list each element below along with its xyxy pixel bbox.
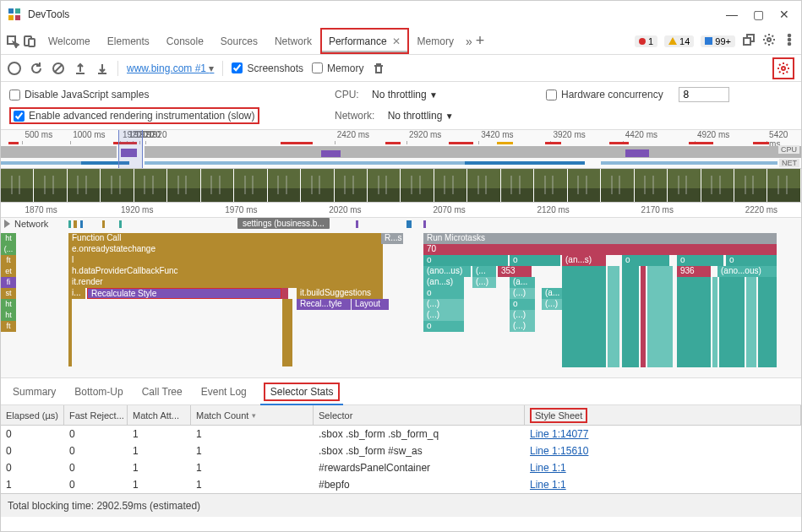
- screenshot-filmstrip[interactable]: [1, 169, 801, 203]
- record-button[interactable]: [8, 62, 21, 75]
- cpu-throttle-dropdown[interactable]: No throttling ▼: [372, 89, 438, 100]
- frame-353[interactable]: 353: [498, 266, 532, 277]
- disable-js-checkbox[interactable]: Disable JavaScript samples: [9, 87, 335, 102]
- stylesheet-link[interactable]: Line 1:1: [530, 462, 566, 474]
- settings-icon[interactable]: [762, 33, 776, 49]
- frame-function-call[interactable]: Function Call: [68, 233, 381, 244]
- frame-itrender[interactable]: it.render: [68, 277, 383, 288]
- col-style-sheet[interactable]: Style Sheet: [525, 405, 801, 425]
- paint-slice[interactable]: [281, 288, 288, 299]
- tab-memory[interactable]: Memory: [409, 28, 462, 54]
- close-tab-icon[interactable]: ✕: [392, 35, 401, 47]
- stylesheet-link[interactable]: Line 1:14077: [530, 428, 588, 440]
- minimize-button[interactable]: —: [726, 8, 738, 21]
- maximize-button[interactable]: ▢: [753, 8, 764, 21]
- svg-point-9: [767, 38, 771, 41]
- stylesheet-link[interactable]: Line 1:15610: [530, 445, 588, 457]
- close-button[interactable]: ✕: [779, 8, 789, 21]
- frame-rs[interactable]: R...s: [381, 233, 403, 244]
- tab-network[interactable]: Network: [266, 28, 320, 54]
- frame-onreadystate[interactable]: e.onreadystatechange: [68, 244, 383, 255]
- table-row[interactable]: 1011#bepfoLine 1:1: [1, 476, 801, 493]
- table-row[interactable]: 0011.sbox .sb_form .sb_form_qLine 1:1407…: [1, 426, 801, 442]
- ruler-tick: 1970 ms: [225, 205, 257, 214]
- frame-936[interactable]: 936: [677, 266, 711, 277]
- net-throttle-dropdown[interactable]: No throttling ▼: [388, 110, 454, 122]
- hw-concurrency-input[interactable]: [679, 87, 729, 102]
- frame-ell-c[interactable]: (...): [423, 299, 464, 310]
- tab-sources[interactable]: Sources: [212, 28, 266, 54]
- frame-ell-e[interactable]: (...): [423, 310, 464, 321]
- tab-console[interactable]: Console: [158, 28, 212, 54]
- inspect-icon[interactable]: [6, 35, 19, 48]
- table-row[interactable]: 0011#rewardsPanelContainerLine 1:1: [1, 459, 801, 476]
- clear-button[interactable]: [52, 62, 65, 75]
- tab-selector-stats[interactable]: Selector Stats: [264, 383, 341, 401]
- page-selector[interactable]: www.bing.com #1 ▾: [127, 62, 214, 74]
- frame-an-s2[interactable]: (an...s): [423, 277, 464, 288]
- reload-record-button[interactable]: [30, 62, 43, 75]
- overview-timeline[interactable]: 500 ms1000 ms192019201920192019202420 ms…: [1, 130, 801, 169]
- detail-ruler[interactable]: 1870 ms1920 ms1970 ms2020 ms2070 ms2120 …: [1, 203, 801, 218]
- flame-chart[interactable]: Network settings (business.b... ht(...ft…: [1, 218, 801, 378]
- table-row[interactable]: 0011.sbox .sb_form #sw_asLine 1:15610: [1, 442, 801, 459]
- frame-o8[interactable]: o: [423, 321, 464, 332]
- frame-70[interactable]: 70: [423, 244, 777, 255]
- frame-o6[interactable]: o: [423, 288, 464, 299]
- garbage-collect-icon[interactable]: [372, 62, 385, 75]
- frame-o1[interactable]: o: [423, 255, 508, 266]
- screenshots-checkbox[interactable]: Screenshots: [232, 62, 303, 74]
- tab-bottom-up[interactable]: Bottom-Up: [73, 381, 124, 403]
- col-match-attempts[interactable]: Match Att...: [128, 405, 191, 425]
- frame-l[interactable]: l: [68, 255, 383, 266]
- frame-o2[interactable]: o: [510, 255, 560, 266]
- frame-recal2[interactable]: Recal...tyle: [297, 299, 351, 310]
- frame-a1[interactable]: (a...: [510, 277, 535, 288]
- popout-icon[interactable]: [742, 33, 756, 49]
- frame-ell-f[interactable]: (...): [510, 310, 535, 321]
- frame-ano-us[interactable]: (ano...us): [423, 266, 471, 277]
- errors-badge[interactable]: 1: [635, 35, 657, 47]
- col-match-count[interactable]: Match Count: [191, 405, 314, 425]
- download-button[interactable]: [95, 62, 109, 75]
- frame-buildsuggestions[interactable]: it.buildSuggestions: [297, 288, 383, 299]
- tab-welcome[interactable]: Welcome: [40, 28, 99, 54]
- tab-elements[interactable]: Elements: [99, 28, 158, 54]
- more-menu-icon[interactable]: [783, 33, 796, 49]
- upload-button[interactable]: [74, 62, 87, 75]
- frame-o7[interactable]: o: [510, 299, 535, 310]
- frame-run-microtasks[interactable]: Run Microtasks: [423, 233, 777, 244]
- tab-event-log[interactable]: Event Log: [199, 381, 248, 403]
- frame-ano-ous[interactable]: (ano...ous): [717, 266, 777, 277]
- frame-ell-g[interactable]: (...): [510, 321, 535, 332]
- stylesheet-link[interactable]: Line 1:1: [530, 479, 566, 491]
- frame-layout[interactable]: Layout: [352, 299, 389, 310]
- capture-settings-button[interactable]: [772, 57, 794, 79]
- frame-i[interactable]: i...: [68, 288, 85, 299]
- col-selector[interactable]: Selector: [314, 405, 525, 425]
- frame-recalc-style[interactable]: Recalculate Style: [87, 288, 281, 299]
- more-tabs-chevron[interactable]: »: [466, 35, 472, 48]
- hw-concurrency-checkbox[interactable]: Hardware concurrency: [546, 89, 663, 100]
- frame-o5[interactable]: o: [726, 255, 777, 266]
- col-elapsed[interactable]: Elapsed (µs): [1, 405, 64, 425]
- advanced-rendering-checkbox[interactable]: Enable advanced rendering instrumentatio…: [9, 107, 259, 124]
- frame-ell-a[interactable]: (...): [472, 277, 496, 288]
- tab-performance[interactable]: Performance ✕: [320, 28, 409, 54]
- tab-summary[interactable]: Summary: [11, 381, 57, 403]
- warnings-badge[interactable]: 14: [664, 35, 694, 47]
- frame-dataprovider[interactable]: h.dataProviderCallbackFunc: [68, 266, 383, 277]
- frame-ell-b[interactable]: (...): [510, 288, 535, 299]
- add-tab-icon[interactable]: +: [476, 32, 485, 50]
- tab-call-tree[interactable]: Call Tree: [140, 381, 184, 403]
- col-fast-reject[interactable]: Fast Reject...: [64, 405, 128, 425]
- device-icon[interactable]: [23, 35, 36, 48]
- frame-o4[interactable]: o: [677, 255, 723, 266]
- prompts-badge[interactable]: 99+: [701, 35, 735, 47]
- memory-checkbox[interactable]: Memory: [312, 62, 363, 74]
- svg-rect-1: [15, 8, 20, 14]
- frame-paren1[interactable]: (...: [472, 266, 496, 277]
- frame-an-s[interactable]: (an...s): [562, 255, 606, 266]
- frame-o3[interactable]: o: [622, 255, 669, 266]
- expand-icon[interactable]: [4, 220, 10, 228]
